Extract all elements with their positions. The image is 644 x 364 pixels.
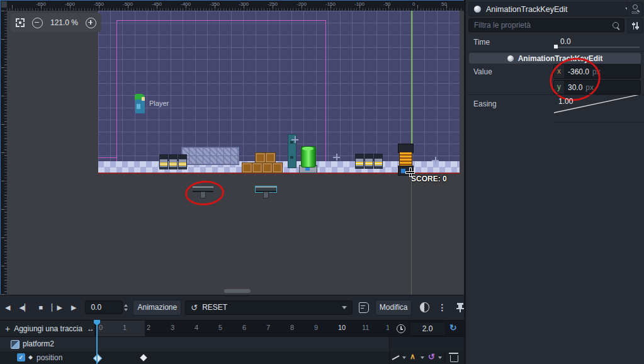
step-back-button[interactable]: ◀▏ (19, 304, 30, 311)
track-property-row[interactable]: ✓ ◆ position ∧ ↺ (0, 351, 464, 364)
inspector-tools-button[interactable] (627, 18, 643, 33)
viewport-2d: -650-600-550-500-450-400-350-300-250-200… (0, 0, 464, 295)
vending-machine[interactable] (355, 154, 364, 169)
zoom-in-button[interactable] (86, 18, 96, 28)
add-track-button[interactable]: + Aggiungi una traccia ↔ (0, 321, 94, 336)
track-property-name: position (37, 353, 62, 362)
h-ruler-labels: -650-600-550-500-450-400-350-300-250-200… (7, 1, 464, 11)
vending-machine[interactable] (169, 154, 178, 169)
horizontal-ruler[interactable]: -650-600-550-500-450-400-350-300-250-200… (7, 1, 464, 11)
track-node-row[interactable]: platform2 (0, 336, 464, 351)
animation-libraries-icon[interactable] (359, 302, 369, 313)
ruler-label: -600 (65, 1, 75, 7)
gizmo-cross (333, 154, 340, 161)
update-mode-chevron-icon[interactable] (402, 356, 406, 359)
keyframe[interactable] (140, 354, 147, 361)
filter-properties-input[interactable]: Filtra le proprietà (468, 18, 624, 32)
property-row-time: Time 0.0 (466, 35, 644, 52)
animation-length-field[interactable]: 2.0 (409, 322, 446, 336)
ruler-label: 0 (99, 324, 103, 331)
crate[interactable] (252, 162, 263, 173)
onion-skinning-icon[interactable] (420, 302, 429, 312)
animation-select-dropdown[interactable]: ↺ RESET (185, 300, 353, 315)
y-axis-line-faint (411, 171, 412, 295)
easing-curve-widget[interactable] (553, 95, 644, 123)
ruler-label: 10 (338, 324, 346, 331)
property-row-easing: Easing 1.00 (466, 94, 644, 123)
time-property-value[interactable]: 0.0 (560, 37, 571, 46)
gizmo-cross (432, 157, 439, 164)
player-sprite[interactable] (134, 94, 147, 114)
step-forward-button[interactable]: ▏▶ (52, 304, 62, 311)
ruler-label: -500 (123, 1, 133, 7)
inspector-panel: AnimationTrackKeyEdit DOC Filtra le prop… (466, 0, 644, 364)
loop-wrap-icon[interactable]: ↺ (428, 353, 435, 361)
inspector-category-bar: AnimationTrackKeyEdit (469, 53, 641, 64)
scene-canvas[interactable]: Player (7, 11, 464, 295)
ruler-label: -350 (210, 1, 220, 7)
crate[interactable] (262, 162, 273, 173)
time-slider-track[interactable] (554, 47, 640, 48)
animation-menu-button[interactable]: Animazione (133, 300, 181, 316)
play-backwards-button[interactable]: ◀ (5, 304, 10, 311)
vending-machine[interactable] (374, 154, 383, 169)
ruler-label: 11 (362, 324, 369, 331)
ruler-label: -250 (268, 1, 278, 7)
ruler-label: 3 (171, 324, 174, 331)
crate[interactable] (242, 162, 252, 173)
open-docs-button[interactable]: DOC (627, 2, 643, 16)
crate[interactable] (265, 152, 276, 163)
delete-track-icon[interactable] (450, 355, 458, 362)
ruler-label: 4 (195, 324, 198, 331)
timeline-ruler[interactable]: 0123456789101112 (94, 321, 389, 336)
vending-machine[interactable] (178, 154, 187, 169)
fit-timeline-icon[interactable]: ↔ (87, 325, 94, 333)
ruler-label: 9 (314, 324, 318, 331)
gizmo-cross (291, 136, 298, 143)
dropdown-chevron-icon (342, 306, 347, 309)
pin-icon[interactable] (456, 303, 464, 312)
vertical-ruler[interactable]: -250-200-150-100-50050100150200 (1, 11, 7, 295)
interpolation-mode-icon[interactable]: ∧ (410, 353, 415, 360)
time-decrement-button[interactable] (124, 309, 128, 311)
vending-machine[interactable] (159, 154, 168, 169)
pipe-sprite[interactable] (301, 146, 316, 168)
stop-button[interactable]: ■ (38, 304, 43, 311)
ruler-label: 1 (123, 324, 127, 331)
plus-icon: + (5, 324, 10, 333)
category-object-icon (507, 55, 514, 62)
time-increment-button[interactable] (124, 304, 128, 307)
length-clock-icon (397, 324, 405, 333)
vending-machine[interactable] (364, 154, 373, 169)
update-mode-icon[interactable] (392, 355, 399, 360)
time-slider-grabber[interactable] (554, 45, 558, 48)
horizontal-scrollbar[interactable] (224, 289, 251, 293)
track-enabled-checkbox[interactable]: ✓ (17, 353, 25, 361)
reset-icon: ↺ (191, 304, 198, 312)
player-node-label: Player (149, 100, 169, 107)
zoom-level-label[interactable]: 121.0 % (50, 18, 78, 27)
center-view-icon[interactable] (16, 18, 25, 27)
ruler-label: 5 (218, 324, 222, 331)
animation-time-spinbox[interactable]: 0.0 (85, 300, 123, 314)
interpolation-chevron-icon[interactable] (421, 356, 424, 359)
search-icon (613, 22, 619, 28)
animation-time-value: 0.0 (91, 303, 101, 312)
inspector-object-dropdown[interactable]: AnimationTrackKeyEdit (468, 2, 636, 16)
ruler-label: 8 (290, 324, 294, 331)
kebab-menu-icon[interactable]: ⋮ (438, 303, 446, 312)
zoom-out-button[interactable] (32, 18, 43, 28)
loop-animation-icon[interactable]: ↻ (449, 323, 457, 332)
keyframe-selected[interactable] (93, 354, 102, 363)
object-icon (474, 6, 481, 13)
crate[interactable] (272, 162, 283, 173)
keyframe-track-icon: ◆ (28, 355, 33, 360)
play-button[interactable]: ▶ (71, 304, 76, 311)
ruler-label: 0 (412, 1, 415, 7)
playhead-line[interactable] (96, 320, 98, 364)
tile-wall[interactable] (181, 147, 239, 165)
crate[interactable] (255, 152, 266, 163)
modifica-button[interactable]: Modifica (375, 300, 412, 316)
animation-panel: ◀ ◀▏ ■ ▏▶ ▶ 0.0 Animazione ↺ RESET (0, 295, 464, 364)
loop-wrap-chevron-icon[interactable] (438, 356, 442, 359)
